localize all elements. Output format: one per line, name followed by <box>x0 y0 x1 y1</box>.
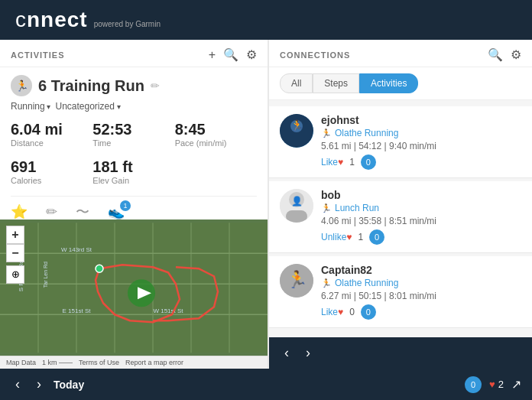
add-activity-button[interactable]: + <box>209 48 216 62</box>
avatar: 🏃 <box>280 264 313 298</box>
activity-view-tabs: ⭐ ✏ 〜 👟 1 <box>11 196 257 220</box>
favorite-tab[interactable]: ⭐ <box>11 203 28 220</box>
chart-tab[interactable]: 〜 <box>76 203 89 220</box>
connection-actions: Like♥ 1 0 <box>321 154 521 170</box>
like-button[interactable]: Like♥ <box>321 307 343 317</box>
like-count: 0 <box>349 307 355 317</box>
svg-text:W 151st St: W 151st St <box>153 307 183 314</box>
activities-panel: ACTIVITIES + 🔍 ⚙ 🏃 6 Training Run ✏ Runn… <box>0 40 268 369</box>
next-activity-button[interactable]: › <box>32 375 46 394</box>
category-tag[interactable]: Uncategorized <box>55 101 120 112</box>
comment-button[interactable]: 0 <box>361 154 376 170</box>
svg-text:🏃: 🏃 <box>290 119 304 132</box>
edit-tab[interactable]: ✏ <box>46 203 57 220</box>
running-tag[interactable]: Running <box>11 101 50 112</box>
connection-info: ejohnst 🏃 Olathe Running 5.61 mi | 54:12… <box>321 114 521 170</box>
connection-actions: Unlike♥ 1 0 <box>321 229 521 245</box>
calories-value: 691 <box>11 158 92 176</box>
connection-actions: Like♥ 0 0 <box>321 304 521 320</box>
activity-likes: ♥ 2 <box>489 379 504 390</box>
calories-label: Calories <box>11 176 92 185</box>
connection-stats: 5.61 mi | 54:12 | 9:40 min/mi <box>321 141 521 151</box>
activity-stats-primary: 6.04 mi Distance 52:53 Time 8:45 Pace (m… <box>11 121 257 148</box>
tab-steps[interactable]: Steps <box>313 73 359 93</box>
activity-link[interactable]: Olathe Running <box>335 278 398 288</box>
share-button[interactable]: ↗ <box>511 377 521 392</box>
activity-stats-secondary: 691 Calories 181 ft Elev Gain <box>11 158 257 185</box>
svg-point-15 <box>96 265 103 272</box>
tab-activities[interactable]: Activities <box>359 73 418 93</box>
connections-bottom-bar: ‹ › <box>269 337 532 369</box>
connection-item: 🏃 ejohnst 🏃 Olathe Running 5.61 mi | 54:… <box>269 106 532 178</box>
connection-name: Captain82 <box>321 264 521 276</box>
map-footer: Map Data 1 km —— Terms of Use Report a m… <box>0 356 268 369</box>
activity-tags: Running Uncategorized <box>11 101 257 112</box>
unlike-button[interactable]: Unlike♥ <box>321 232 352 242</box>
activity-map[interactable]: W 143rd St E 151st St W 151st St S Ridge… <box>0 220 268 356</box>
search-activities-button[interactable]: 🔍 <box>223 47 238 62</box>
activity-row: 🏃 Lunch Run <box>321 203 521 213</box>
run-icon: 🏃 <box>321 278 332 288</box>
like-count: 2 <box>498 379 504 390</box>
map-zoom-in-button[interactable]: + <box>6 226 24 244</box>
svg-text:🏃: 🏃 <box>287 269 308 290</box>
avatar: 👤 <box>280 189 313 223</box>
shoe-badge: 1 <box>120 200 131 211</box>
logo-c: c <box>15 8 27 31</box>
activity-name: 6 Training Run <box>38 77 144 95</box>
like-heart-icon: ♥ <box>489 379 495 390</box>
activity-link[interactable]: Olathe Running <box>335 128 398 138</box>
connections-settings-button[interactable]: ⚙ <box>511 47 521 62</box>
logo-nnect: nnect <box>27 8 88 31</box>
today-label: Today <box>54 379 84 391</box>
connection-name: bob <box>321 189 521 201</box>
run-icon: 🏃 <box>321 203 332 213</box>
avatar: 🏃 <box>280 114 313 148</box>
connections-next-button[interactable]: › <box>301 343 315 363</box>
map-layers-button[interactable]: ⊕ <box>6 265 24 284</box>
activity-count-badge: 0 <box>465 376 482 393</box>
search-connections-button[interactable]: 🔍 <box>488 47 503 62</box>
svg-rect-23 <box>286 210 307 223</box>
map-scale-label: 1 km —— <box>42 359 73 366</box>
comment-button[interactable]: 0 <box>361 304 376 320</box>
shoe-tab[interactable]: 👟 1 <box>108 203 125 220</box>
like-count: 1 <box>358 232 363 242</box>
map-controls: + − ⊕ <box>6 226 24 284</box>
activities-title: ACTIVITIES <box>11 50 65 60</box>
report-map-error-link[interactable]: Report a map error <box>125 359 183 366</box>
activities-actions: + 🔍 ⚙ <box>209 47 257 62</box>
pace-label: Pace (min/mi) <box>175 138 257 148</box>
svg-text:E 151st St: E 151st St <box>63 307 92 314</box>
app-header: cnnect powered by Garmin <box>0 0 532 40</box>
svg-text:Tar Len Rd: Tar Len Rd <box>43 261 48 287</box>
activity-type-icon: 🏃 <box>11 75 32 96</box>
map-zoom-out-button[interactable]: − <box>6 244 24 262</box>
edit-activity-button[interactable]: ✏ <box>151 80 160 92</box>
run-icon: 🏃 <box>321 128 332 138</box>
time-stat: 52:53 Time <box>92 121 174 148</box>
connections-filter-tabs: All Steps Activities <box>269 67 532 100</box>
tab-all[interactable]: All <box>280 73 313 93</box>
connection-item: 👤 bob 🏃 Lunch Run 4.06 mi | 35:58 | 8:51… <box>269 181 532 253</box>
distance-label: Distance <box>11 138 92 148</box>
terms-of-use-link[interactable]: Terms of Use <box>79 359 119 366</box>
like-button[interactable]: Like♥ <box>321 157 343 167</box>
distance-value: 6.04 mi <box>11 121 92 138</box>
like-count: 1 <box>349 157 355 167</box>
prev-activity-button[interactable]: ‹ <box>11 375 24 394</box>
map-data-label: Map Data <box>6 359 36 366</box>
comment-button[interactable]: 0 <box>369 229 384 245</box>
connections-prev-button[interactable]: ‹ <box>280 343 294 363</box>
connection-stats: 6.27 mi | 50:15 | 8:01 min/mi <box>321 291 521 301</box>
activities-header: ACTIVITIES + 🔍 ⚙ <box>0 40 268 67</box>
activity-detail: 🏃 6 Training Run ✏ Running Uncategorized… <box>0 67 268 220</box>
activities-settings-button[interactable]: ⚙ <box>246 47 257 62</box>
connections-header: CONNECTIONS 🔍 ⚙ <box>269 40 532 67</box>
connection-info: bob 🏃 Lunch Run 4.06 mi | 35:58 | 8:51 m… <box>321 189 521 245</box>
main-content: ACTIVITIES + 🔍 ⚙ 🏃 6 Training Run ✏ Runn… <box>0 40 532 369</box>
connections-list: 🏃 ejohnst 🏃 Olathe Running 5.61 mi | 54:… <box>269 100 532 337</box>
elev-stat: 181 ft Elev Gain <box>92 158 174 185</box>
activities-bottom-bar: ‹ › Today 0 ♥ 2 ↗ <box>0 369 532 400</box>
activity-link[interactable]: Lunch Run <box>335 203 379 213</box>
